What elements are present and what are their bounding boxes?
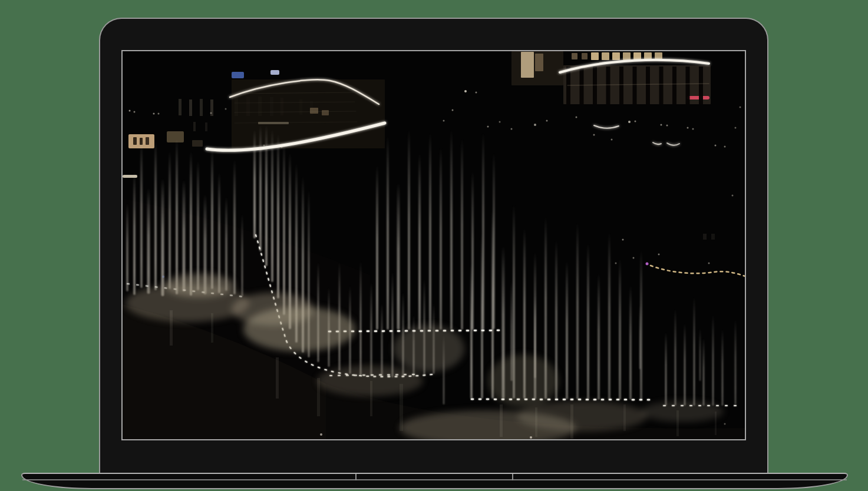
laptop-base	[21, 473, 848, 489]
fountain-night-photo	[123, 51, 745, 439]
laptop-display	[121, 50, 746, 440]
base-notch-left-edge	[355, 474, 357, 480]
hinge-seam	[22, 479, 847, 480]
page-background	[0, 0, 868, 491]
base-notch-right-edge	[512, 474, 513, 480]
